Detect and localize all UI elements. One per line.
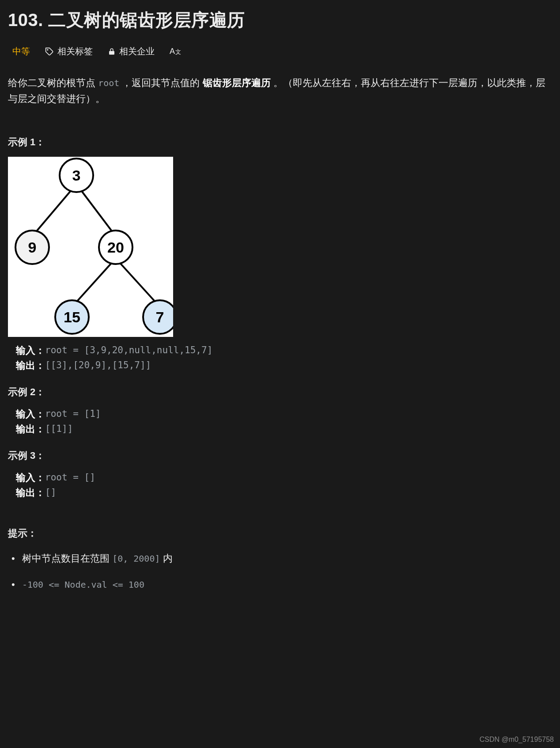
output-label: 输出：	[16, 485, 45, 500]
problem-title: 103. 二叉树的锯齿形层序遍历	[8, 8, 552, 32]
input-value: root = [1]	[45, 407, 101, 422]
related-tags-link[interactable]: 相关标签	[45, 45, 93, 57]
output-value: [[3],[20,9],[15,7]]	[45, 358, 151, 373]
root-code: root	[98, 78, 119, 88]
hint-item: 树中节点数目在范围 [0, 2000] 内	[11, 551, 552, 566]
tag-icon	[45, 47, 54, 56]
related-tags-label: 相关标签	[57, 45, 93, 57]
svg-text:20: 20	[107, 239, 124, 256]
output-value: [[1]]	[45, 422, 73, 437]
related-companies-label: 相关企业	[119, 45, 155, 57]
svg-text:7: 7	[156, 309, 164, 325]
svg-line-3	[72, 258, 116, 307]
svg-point-0	[47, 49, 48, 50]
output-label: 输出：	[16, 358, 45, 373]
example-heading: 示例 1：	[8, 136, 552, 149]
problem-description: 给你二叉树的根节点 root ，返回其节点值的 锯齿形层序遍历 。（即先从左往右…	[8, 75, 552, 107]
translate-icon[interactable]: A文	[170, 47, 181, 56]
input-label: 输入：	[16, 407, 45, 422]
lock-icon	[108, 48, 116, 56]
meta-row: 中等 相关标签 相关企业 A文	[8, 45, 552, 57]
watermark: CSDN @m0_57195758	[480, 736, 554, 744]
difficulty-badge: 中等	[12, 45, 30, 57]
related-companies-link[interactable]: 相关企业	[108, 45, 155, 57]
hints-heading: 提示：	[8, 527, 552, 540]
svg-line-4	[116, 258, 160, 307]
tree-figure: 3 9 20 15 7	[8, 157, 173, 337]
svg-text:15: 15	[64, 309, 80, 325]
output-value: []	[45, 485, 56, 500]
example-heading: 示例 2：	[8, 385, 552, 399]
input-label: 输入：	[16, 343, 45, 358]
hints-list: 树中节点数目在范围 [0, 2000] 内 -100 <= Node.val <…	[8, 551, 552, 592]
example-io: 输入：root = [1] 输出：[[1]]	[16, 407, 552, 437]
output-label: 输出：	[16, 422, 45, 437]
example-heading: 示例 3：	[8, 449, 552, 462]
example-io: 输入：root = [] 输出：[]	[16, 470, 552, 500]
hint-item: -100 <= Node.val <= 100	[11, 577, 552, 592]
svg-line-1	[32, 184, 76, 236]
example-io: 输入：root = [3,9,20,null,null,15,7] 输出：[[3…	[16, 343, 552, 373]
input-value: root = [3,9,20,null,null,15,7]	[45, 343, 212, 358]
input-value: root = []	[45, 470, 95, 485]
input-label: 输入：	[16, 470, 45, 485]
svg-text:9: 9	[28, 239, 37, 256]
svg-text:3: 3	[72, 167, 81, 184]
